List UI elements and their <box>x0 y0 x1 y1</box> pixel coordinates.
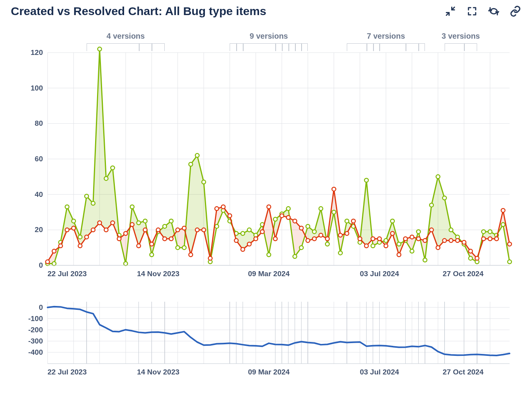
data-point[interactable] <box>273 237 277 241</box>
data-point[interactable] <box>475 256 479 260</box>
data-point[interactable] <box>182 246 186 249</box>
link-icon[interactable] <box>510 5 521 17</box>
data-point[interactable] <box>449 228 453 232</box>
data-point[interactable] <box>345 232 349 236</box>
data-point[interactable] <box>137 244 141 248</box>
data-point[interactable] <box>319 207 323 210</box>
data-point[interactable] <box>52 261 56 265</box>
data-point[interactable] <box>78 244 82 248</box>
data-point[interactable] <box>189 253 193 257</box>
data-point[interactable] <box>455 239 459 243</box>
data-point[interactable] <box>469 249 472 253</box>
data-point[interactable] <box>98 221 102 225</box>
data-point[interactable] <box>286 215 290 219</box>
refresh-icon[interactable] <box>488 5 500 17</box>
data-point[interactable] <box>176 246 180 249</box>
data-point[interactable] <box>273 217 277 221</box>
data-point[interactable] <box>241 248 245 251</box>
data-point[interactable] <box>384 239 388 243</box>
data-point[interactable] <box>299 226 303 230</box>
data-point[interactable] <box>312 230 316 234</box>
data-point[interactable] <box>234 239 238 243</box>
data-point[interactable] <box>267 205 271 209</box>
data-point[interactable] <box>221 205 225 209</box>
data-point[interactable] <box>111 166 114 170</box>
data-point[interactable] <box>85 235 89 239</box>
data-point[interactable] <box>293 255 297 258</box>
data-point[interactable] <box>293 219 297 223</box>
data-point[interactable] <box>130 223 134 227</box>
data-point[interactable] <box>358 237 362 241</box>
data-point[interactable] <box>124 261 128 265</box>
data-point[interactable] <box>247 242 251 246</box>
data-point[interactable] <box>501 208 505 212</box>
data-point[interactable] <box>488 237 492 241</box>
data-point[interactable] <box>215 224 219 228</box>
data-point[interactable] <box>365 244 368 248</box>
data-point[interactable] <box>326 242 329 246</box>
data-point[interactable] <box>423 258 427 262</box>
data-point[interactable] <box>104 228 108 232</box>
data-point[interactable] <box>306 239 310 243</box>
data-point[interactable] <box>371 244 375 248</box>
data-point[interactable] <box>482 230 486 234</box>
data-point[interactable] <box>228 214 232 218</box>
data-point[interactable] <box>176 228 180 232</box>
data-point[interactable] <box>163 237 167 241</box>
data-point[interactable] <box>416 237 420 241</box>
data-point[interactable] <box>72 226 75 230</box>
data-point[interactable] <box>430 228 433 232</box>
data-point[interactable] <box>78 235 82 239</box>
data-point[interactable] <box>286 207 290 210</box>
data-point[interactable] <box>130 205 134 209</box>
data-point[interactable] <box>326 237 329 241</box>
data-point[interactable] <box>423 239 427 243</box>
data-point[interactable] <box>410 249 414 253</box>
data-point[interactable] <box>215 207 219 210</box>
data-point[interactable] <box>267 253 271 257</box>
data-point[interactable] <box>143 219 147 223</box>
data-point[interactable] <box>397 253 401 257</box>
data-point[interactable] <box>202 228 206 232</box>
data-point[interactable] <box>449 239 453 243</box>
data-point[interactable] <box>410 235 414 239</box>
data-point[interactable] <box>488 230 492 234</box>
data-point[interactable] <box>260 230 264 234</box>
data-point[interactable] <box>332 187 336 191</box>
data-point[interactable] <box>365 178 368 182</box>
data-point[interactable] <box>436 246 440 249</box>
data-point[interactable] <box>163 224 167 228</box>
data-point[interactable] <box>397 242 401 246</box>
data-point[interactable] <box>312 237 316 241</box>
data-point[interactable] <box>508 260 512 264</box>
data-point[interactable] <box>390 219 394 223</box>
data-point[interactable] <box>332 210 336 214</box>
data-point[interactable] <box>65 228 69 232</box>
data-point[interactable] <box>416 230 420 234</box>
data-point[interactable] <box>91 202 95 205</box>
data-point[interactable] <box>508 242 512 246</box>
data-point[interactable] <box>208 256 212 260</box>
data-point[interactable] <box>299 246 303 249</box>
data-point[interactable] <box>150 253 153 257</box>
data-point[interactable] <box>377 237 381 241</box>
data-point[interactable] <box>319 233 323 237</box>
data-point[interactable] <box>111 221 114 225</box>
data-point[interactable] <box>280 214 284 218</box>
fullscreen-icon[interactable] <box>466 5 478 17</box>
data-point[interactable] <box>469 256 472 260</box>
data-point[interactable] <box>195 228 199 232</box>
data-point[interactable] <box>241 232 245 236</box>
data-point[interactable] <box>443 196 447 200</box>
data-point[interactable] <box>494 237 498 241</box>
data-point[interactable] <box>482 237 486 241</box>
data-point[interactable] <box>72 219 75 223</box>
data-point[interactable] <box>404 237 408 241</box>
data-point[interactable] <box>436 175 440 179</box>
data-point[interactable] <box>98 47 102 51</box>
data-point[interactable] <box>46 260 49 264</box>
data-point[interactable] <box>351 219 355 223</box>
data-point[interactable] <box>202 180 206 184</box>
data-point[interactable] <box>338 233 342 237</box>
data-point[interactable] <box>52 249 56 253</box>
